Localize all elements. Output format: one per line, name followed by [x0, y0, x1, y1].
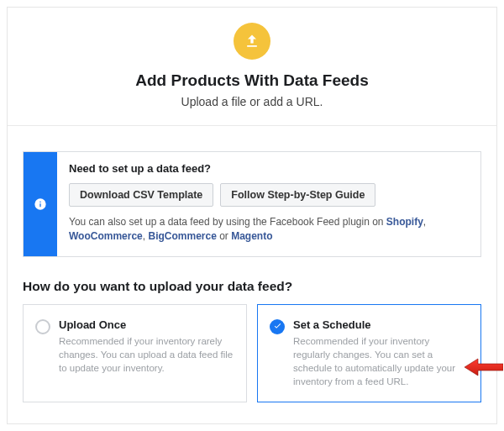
- upload-question: How do you want to upload your data feed…: [23, 279, 481, 294]
- download-csv-button[interactable]: Download CSV Template: [69, 183, 213, 207]
- page-title: Add Products With Data Feeds: [24, 71, 480, 90]
- info-box: Need to set up a data feed? Download CSV…: [23, 151, 481, 257]
- follow-guide-button[interactable]: Follow Step-by-Step Guide: [220, 183, 375, 207]
- option-set-schedule[interactable]: Set a Schedule Recommended if your inven…: [257, 304, 481, 402]
- option-upload-once[interactable]: Upload Once Recommended if your inventor…: [23, 304, 247, 402]
- radio-set-schedule[interactable]: [270, 319, 285, 334]
- divider: [8, 125, 496, 126]
- option-set-schedule-title: Set a Schedule: [293, 318, 469, 331]
- option-upload-once-title: Upload Once: [59, 318, 234, 331]
- annotation-arrow: [463, 357, 503, 381]
- hero-section: Add Products With Data Feeds Upload a fi…: [8, 8, 496, 125]
- radio-upload-once[interactable]: [35, 319, 50, 334]
- magento-link[interactable]: Magento: [231, 230, 272, 242]
- option-set-schedule-desc: Recommended if your inventory regularly …: [293, 334, 469, 388]
- option-upload-once-desc: Recommended if your inventory rarely cha…: [59, 334, 234, 375]
- info-text: You can also set up a data feed by using…: [69, 215, 469, 244]
- bigcommerce-link[interactable]: BigCommerce: [148, 230, 216, 242]
- check-icon: [273, 322, 282, 331]
- page-subtitle: Upload a file or add a URL.: [24, 95, 480, 108]
- woocommerce-link[interactable]: WooCommerce: [69, 230, 143, 242]
- upload-icon: [234, 23, 270, 60]
- info-icon: [34, 197, 47, 211]
- info-title: Need to set up a data feed?: [69, 162, 469, 175]
- shopify-link[interactable]: Shopify: [386, 216, 423, 228]
- info-stripe: [24, 152, 57, 256]
- info-text-prefix: You can also set up a data feed by using…: [69, 216, 386, 228]
